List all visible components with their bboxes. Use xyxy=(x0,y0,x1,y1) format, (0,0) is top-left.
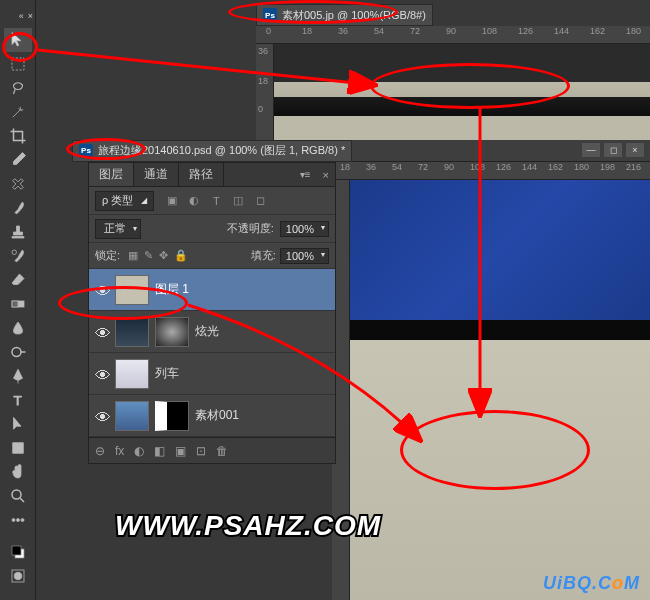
panel-menu-icon[interactable]: ▾≡ xyxy=(294,169,317,180)
mask-icon[interactable]: ◐ xyxy=(134,444,144,458)
window-max-button[interactable]: ◻ xyxy=(604,143,622,157)
lock-trans-icon[interactable]: ▦ xyxy=(128,249,138,262)
layer-name[interactable]: 炫光 xyxy=(195,323,219,340)
doc-tab-title: 旅程边缘20140610.psd @ 100% (图层 1, RGB/8) * xyxy=(98,143,345,158)
ps-icon: Ps xyxy=(263,8,277,22)
layer-row[interactable]: 👁 列车 xyxy=(89,353,335,395)
filter-smart-icon[interactable]: ◻ xyxy=(252,193,268,209)
svg-rect-6 xyxy=(12,443,23,454)
layer-mask[interactable] xyxy=(155,317,189,347)
tools-toolbar: « × T xyxy=(0,0,36,600)
lock-row: 锁定: ▦ ✎ ✥ 🔒 填充: 100% xyxy=(89,243,335,269)
ruler-vertical-1: 36 18 0 xyxy=(256,44,274,140)
fill-label: 填充: xyxy=(251,248,276,263)
fg-bg-colors[interactable] xyxy=(4,540,32,564)
svg-point-1 xyxy=(12,250,17,255)
window-close-button[interactable]: × xyxy=(626,143,644,157)
layer-thumb[interactable] xyxy=(115,317,149,347)
layers-panel: 图层 通道 路径 ▾≡ × ρ 类型 ◢ ▣ ◐ T ◫ ◻ xyxy=(88,162,336,464)
opacity-value[interactable]: 100% xyxy=(280,221,329,237)
layer-name[interactable]: 列车 xyxy=(155,365,179,382)
eraser-tool[interactable] xyxy=(4,268,32,292)
shape-tool[interactable] xyxy=(4,436,32,460)
document-tab-1[interactable]: Ps 素材005.jp @ 100%(RGB/8#) xyxy=(256,4,433,26)
panel-close-icon[interactable]: × xyxy=(317,169,335,181)
link-layers-icon[interactable]: ⊖ xyxy=(95,444,105,458)
panel-tabs: 图层 通道 路径 ▾≡ × xyxy=(89,163,335,187)
layer-row[interactable]: 👁 炫光 xyxy=(89,311,335,353)
close-icon[interactable]: × xyxy=(28,11,33,21)
layer-list: 👁 图层 1 👁 炫光 👁 列车 xyxy=(89,269,335,437)
layer-name[interactable]: 素材001 xyxy=(195,407,239,424)
document-tab-2[interactable]: Ps 旅程边缘20140610.psd @ 100% (图层 1, RGB/8)… xyxy=(72,140,352,162)
visibility-icon[interactable]: 👁 xyxy=(95,367,109,381)
heal-tool[interactable] xyxy=(4,172,32,196)
svg-point-9 xyxy=(16,519,19,522)
eyedropper-tool[interactable] xyxy=(4,148,32,172)
collapse-icon[interactable]: « xyxy=(19,11,24,21)
filter-kind-select[interactable]: ρ 类型 ◢ xyxy=(95,191,154,211)
new-layer-icon[interactable]: ⊡ xyxy=(196,444,206,458)
opacity-label: 不透明度: xyxy=(227,221,274,236)
layer-mask[interactable] xyxy=(155,401,189,431)
lock-label: 锁定: xyxy=(95,248,120,263)
move-tool[interactable] xyxy=(4,28,32,52)
filter-type-icon[interactable]: T xyxy=(208,193,224,209)
lock-all-icon[interactable]: 🔒 xyxy=(174,249,188,262)
path-select-tool[interactable] xyxy=(4,412,32,436)
stamp-tool[interactable] xyxy=(4,220,32,244)
wand-tool[interactable] xyxy=(4,100,32,124)
edit-toolbar[interactable] xyxy=(4,508,32,532)
svg-point-4 xyxy=(12,348,21,357)
watermark-sub: UiBQ.CoM xyxy=(543,573,640,594)
quick-mask-tool[interactable] xyxy=(4,564,32,588)
marquee-tool[interactable] xyxy=(4,52,32,76)
fx-icon[interactable]: fx xyxy=(115,444,124,458)
svg-point-8 xyxy=(12,519,15,522)
type-tool[interactable]: T xyxy=(4,388,32,412)
gradient-tool[interactable] xyxy=(4,292,32,316)
layer-thumb[interactable] xyxy=(115,401,149,431)
blend-row: 正常 不透明度: 100% xyxy=(89,215,335,243)
layer-row[interactable]: 👁 素材001 xyxy=(89,395,335,437)
ruler-horizontal-1: 0 18 36 54 72 90 108 126 144 162 180 xyxy=(256,26,650,44)
group-icon[interactable]: ▣ xyxy=(175,444,186,458)
adjustment-icon[interactable]: ◧ xyxy=(154,444,165,458)
filter-adjust-icon[interactable]: ◐ xyxy=(186,193,202,209)
filter-icons: ▣ ◐ T ◫ ◻ xyxy=(164,193,268,209)
fill-value[interactable]: 100% xyxy=(280,248,329,264)
trash-icon[interactable]: 🗑 xyxy=(216,444,228,458)
svg-rect-12 xyxy=(12,546,21,555)
canvas-doc2[interactable] xyxy=(350,180,650,600)
window-min-button[interactable]: — xyxy=(582,143,600,157)
visibility-icon[interactable]: 👁 xyxy=(95,325,109,339)
zoom-tool[interactable] xyxy=(4,484,32,508)
tab-layers[interactable]: 图层 xyxy=(89,163,134,186)
canvas-doc1[interactable] xyxy=(274,44,650,140)
brush-tool[interactable] xyxy=(4,196,32,220)
svg-point-7 xyxy=(12,490,21,499)
layer-name[interactable]: 图层 1 xyxy=(155,281,189,298)
lock-pos-icon[interactable]: ✥ xyxy=(159,249,168,262)
layer-row[interactable]: 👁 图层 1 xyxy=(89,269,335,311)
history-brush-tool[interactable] xyxy=(4,244,32,268)
blend-mode-select[interactable]: 正常 xyxy=(95,219,141,239)
doc-tab-title: 素材005.jp @ 100%(RGB/8#) xyxy=(282,8,426,23)
crop-tool[interactable] xyxy=(4,124,32,148)
visibility-icon[interactable]: 👁 xyxy=(95,283,109,297)
filter-pixel-icon[interactable]: ▣ xyxy=(164,193,180,209)
filter-shape-icon[interactable]: ◫ xyxy=(230,193,246,209)
hand-tool[interactable] xyxy=(4,460,32,484)
pen-tool[interactable] xyxy=(4,364,32,388)
layer-thumb[interactable] xyxy=(115,359,149,389)
tab-paths[interactable]: 路径 xyxy=(179,163,224,186)
visibility-icon[interactable]: 👁 xyxy=(95,409,109,423)
canvas-black-strip xyxy=(350,320,650,340)
svg-rect-0 xyxy=(12,58,24,70)
tab-channels[interactable]: 通道 xyxy=(134,163,179,186)
dodge-tool[interactable] xyxy=(4,340,32,364)
lock-pixel-icon[interactable]: ✎ xyxy=(144,249,153,262)
blur-tool[interactable] xyxy=(4,316,32,340)
lasso-tool[interactable] xyxy=(4,76,32,100)
layer-thumb[interactable] xyxy=(115,275,149,305)
